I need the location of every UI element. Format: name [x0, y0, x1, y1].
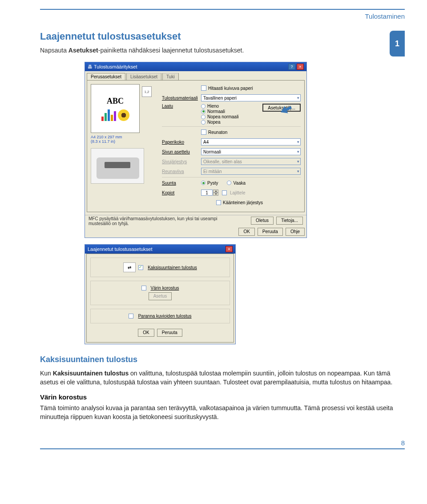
orient-landscape[interactable]: Vaaka	[227, 181, 246, 185]
tab-support[interactable]: Tuki	[162, 73, 179, 80]
reverse-checkbox[interactable]	[216, 200, 221, 205]
media-select[interactable]: Tavallinen paperi	[201, 94, 301, 101]
ok-button[interactable]: OK	[238, 228, 254, 236]
borderline-select: Ei mitään	[201, 168, 301, 175]
page-title: Laajennetut tulostusasetukset	[40, 31, 383, 42]
printer-icon: 🖶	[88, 64, 94, 69]
help-button[interactable]: Ohje	[286, 228, 305, 236]
quality-fast[interactable]: Nopea	[201, 120, 239, 125]
papersize-select[interactable]: A4	[201, 138, 301, 145]
order-select: Oikealle, sitten alas	[201, 158, 301, 165]
dialog-titlebar: 🖶 Tulostusmääritykset ? ×	[85, 62, 306, 71]
info-note: MFC pysäyttää väri/harmaasävytulostuksen…	[89, 215, 235, 226]
tab-advanced[interactable]: Lisäasetukset	[126, 73, 161, 80]
orient-portrait[interactable]: Pysty	[201, 181, 218, 185]
para-bidi: Kun Kaksisuuntainen tulostus on valittun…	[40, 369, 405, 387]
page-preview: ABC 1,2	[91, 84, 140, 133]
cancel-button[interactable]: Peruuta	[258, 228, 283, 236]
color-checkbox[interactable]	[141, 286, 146, 290]
help-icon[interactable]: ?	[288, 64, 295, 70]
chapter-badge: 1	[390, 31, 405, 56]
extended-settings-dialog: Laajennetut tulostusasetukset × ⇄ Kaksis…	[85, 244, 236, 344]
page-number: 8	[40, 439, 405, 447]
heading-bidi: Kaksisuuntainen tulostus	[40, 355, 405, 364]
bidi-checkbox[interactable]	[138, 265, 143, 270]
ok-button-2[interactable]: OK	[138, 329, 154, 337]
tab-basic[interactable]: Perusasetukset	[87, 73, 125, 80]
slowdry-checkbox[interactable]	[201, 85, 206, 91]
cancel-button-2[interactable]: Peruuta	[157, 329, 182, 337]
para-color: Tämä toiminto analysoi kuvaa ja parantaa…	[40, 403, 405, 422]
quality-fine[interactable]: Hieno	[201, 104, 239, 109]
color-settings-button: Asetus	[149, 292, 172, 300]
copies-spinner[interactable]: ▴▾	[201, 190, 218, 196]
close-icon[interactable]: ×	[226, 246, 233, 252]
heading-color: Värin korostus	[40, 393, 405, 401]
close-icon[interactable]: ×	[297, 64, 304, 70]
quality-normal[interactable]: Normaali	[201, 109, 239, 114]
quality-fastnorm[interactable]: Nopea normaali	[201, 114, 239, 119]
bidi-icon: ⇄	[123, 262, 136, 272]
pattern-checkbox[interactable]	[129, 314, 133, 319]
intro-text: Napsauta Asetukset-painiketta nähdäksesi…	[40, 47, 383, 54]
paper-size-info: A4 210 x 297 mm (8.3 x 11.7 in)	[91, 135, 157, 144]
defaults-button[interactable]: Oletus	[251, 217, 274, 225]
printer-illustration	[91, 148, 144, 184]
about-button[interactable]: Tietoja...	[276, 217, 303, 225]
borderless-checkbox[interactable]	[201, 129, 206, 135]
layout-select[interactable]: Normaali	[201, 148, 301, 155]
page-count-icon: 1,2	[142, 86, 152, 97]
sunflower-icon	[118, 109, 129, 121]
dialog2-titlebar: Laajennetut tulostusasetukset ×	[85, 245, 235, 254]
section-header: Tulostaminen	[40, 12, 405, 20]
print-settings-dialog: 🖶 Tulostusmääritykset ? × Perusasetukset…	[85, 62, 307, 238]
